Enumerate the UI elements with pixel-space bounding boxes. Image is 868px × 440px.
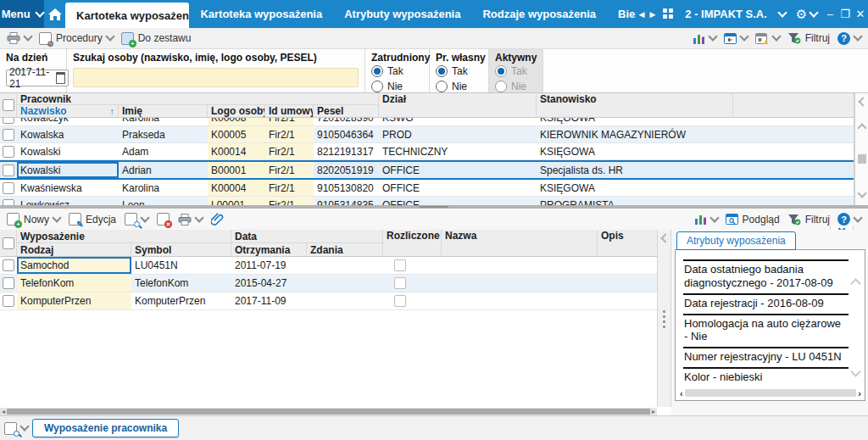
maximize-button[interactable]: ❐ (837, 0, 853, 28)
company-selector[interactable]: 2 - IMPAKT S.A. (678, 0, 774, 28)
scroll-left-icon[interactable]: ‹ (680, 388, 683, 398)
back-window-button[interactable] (724, 33, 748, 44)
employee-row-selected[interactable]: Kowalski Adrian B00001 Fir2/1 8202051919… (0, 160, 854, 180)
row-checkbox[interactable] (3, 295, 14, 307)
equipment-filtruj-button[interactable]: Filtruj (787, 214, 830, 226)
column-header-otrzymania[interactable]: Otrzymania (231, 242, 307, 256)
filtruj-button[interactable]: Filtruj (787, 32, 830, 44)
column-header-rodzaj[interactable]: Rodzaj (17, 242, 131, 256)
tab-scroll-left-button[interactable]: ◀ (636, 0, 647, 28)
zatrudniony-tak-radio[interactable]: Tak (371, 65, 423, 77)
equipment-row[interactable]: TelefonKom TelefonKom 2015-04-27 (0, 275, 657, 292)
edycja-button[interactable]: ✎ Edycja (69, 213, 116, 226)
equipment-chart-button[interactable] (694, 214, 718, 225)
tab-atrybuty-wyposazenia-panel[interactable]: Atrybuty wyposażenia (676, 231, 796, 250)
preview-record-button[interactable] (125, 213, 148, 226)
row-checkbox[interactable] (3, 146, 14, 158)
tab-kartoteka-wyposazenia[interactable]: Kartoteka wyposażenia (189, 0, 333, 28)
procedury-button[interactable]: ⚙ Procedury (39, 32, 114, 45)
chart-button[interactable] (693, 33, 716, 44)
employee-row[interactable]: Kowalska Prakseda K00005 Fir2/1 91050463… (0, 126, 854, 143)
equipment-hscrollbar[interactable]: ◂ ▸ (0, 408, 657, 415)
column-header-stanowisko[interactable]: Stanowisko (537, 93, 733, 117)
settings-button[interactable]: ⚙ (791, 0, 822, 28)
column-header-zdania[interactable]: Zdania (307, 242, 383, 256)
attributes-scroll-up[interactable] (852, 277, 860, 290)
help-button[interactable]: ? (837, 32, 861, 45)
select-all-checkbox[interactable] (3, 237, 14, 249)
row-checkbox[interactable] (3, 164, 14, 176)
scroll-down-button[interactable] (855, 193, 868, 197)
minimize-button[interactable]: – (822, 0, 837, 28)
row-checkbox[interactable] (3, 118, 14, 124)
rozliczone-checkbox[interactable] (394, 259, 406, 271)
rozliczone-checkbox[interactable] (394, 277, 406, 289)
calendar-icon[interactable] (56, 72, 65, 84)
column-header-pesel[interactable]: Pesel (314, 104, 379, 117)
print-equipment-button[interactable] (178, 214, 203, 226)
attachments-button[interactable] (211, 213, 224, 226)
employee-row[interactable]: Kwaśniewska Karolina K00004 Fir2/1 91051… (0, 180, 854, 197)
column-header-opis[interactable]: Opis (598, 230, 657, 256)
column-header-dzial[interactable]: Dział (379, 93, 537, 117)
equipment-row-selected[interactable]: Samochod LU0451N 2011-07-19 (0, 257, 657, 275)
podglad-button[interactable]: Podgląd (726, 214, 780, 226)
scrollbar-thumb[interactable] (685, 389, 857, 397)
tab-biezace[interactable]: Bież: (607, 0, 636, 28)
splitter-handle[interactable] (663, 310, 665, 328)
delete-button[interactable]: ✕ (157, 213, 170, 226)
search-person-input[interactable] (73, 68, 359, 87)
print-button[interactable] (7, 32, 31, 44)
menu-button[interactable]: Menu (0, 0, 44, 28)
company-dropdown[interactable] (774, 0, 791, 28)
column-header-rozliczone[interactable]: Rozliczone (383, 230, 442, 256)
employee-row[interactable]: Lewkowicz Leon L00001 Fir2/1 9105314835 … (0, 197, 854, 205)
scrollbar-thumb[interactable] (7, 409, 650, 415)
tab-scroll-right-button[interactable]: ▶ (647, 0, 658, 28)
pr-wlasny-tak-radio[interactable]: Tak (436, 65, 482, 77)
window-settings-warning-button[interactable] (755, 33, 780, 44)
close-button[interactable]: ✕ (853, 0, 868, 28)
collapse-panel-left-button[interactable] (855, 98, 868, 105)
sort-ascending-icon[interactable]: ↑ (110, 106, 115, 116)
tab-rodzaje-wyposazenia[interactable]: Rodzaje wyposażenia (471, 0, 607, 28)
attributes-hscrollbar[interactable]: ‹ › (680, 387, 861, 398)
scrollbar-thumb[interactable] (858, 154, 866, 164)
pr-wlasny-nie-radio[interactable]: Nie (436, 81, 482, 92)
tab-wyposazenie-pracownika[interactable]: Wyposażenie pracownika (32, 419, 179, 437)
column-header-symbol[interactable]: Symbol (131, 242, 231, 256)
row-checkbox[interactable] (3, 277, 14, 289)
employees-scrollbar[interactable] (854, 93, 868, 205)
column-header-nazwa[interactable]: Nazwa (442, 230, 598, 256)
scroll-right-icon[interactable]: ▸ (650, 409, 657, 415)
rozliczone-checkbox[interactable] (394, 295, 406, 307)
vertical-splitter[interactable] (657, 230, 671, 407)
column-header-id-umowy[interactable]: Id umowy (265, 104, 314, 117)
home-button[interactable] (44, 0, 65, 28)
select-all-checkbox[interactable] (3, 99, 14, 111)
zatrudniony-nie-radio[interactable]: Nie (371, 81, 423, 92)
column-header-logo-osoby[interactable]: Logo osoby (208, 104, 265, 117)
row-checkbox[interactable] (3, 182, 14, 194)
row-checkbox[interactable] (3, 199, 14, 206)
scroll-left-icon[interactable]: ◂ (0, 409, 7, 415)
employee-row[interactable]: Kowalczyk Karolina K00008 Fir2/1 7201028… (0, 118, 854, 126)
tab-atrybuty-wyposazenia[interactable]: Atrybuty wyposażenia (333, 0, 471, 28)
tab-kartoteka-wyposazenia-pracownika[interactable]: Kartoteka wyposażenia prac (65, 3, 189, 28)
do-zestawu-button[interactable]: + Do zestawu (121, 32, 192, 45)
row-checkbox[interactable] (3, 259, 14, 271)
scroll-up-button[interactable] (855, 122, 868, 131)
date-input[interactable]: 2017-11-21 (6, 70, 69, 86)
employee-row[interactable]: Kowalski Adam K00014 Fir2/1 8212191317 T… (0, 143, 854, 160)
modules-grid-icon[interactable] (663, 8, 673, 20)
equipment-row[interactable]: KomputerPrzen KomputerPrzen 2017-11-09 (0, 292, 657, 310)
equipment-help-button[interactable]: ? (837, 213, 861, 226)
row-checkbox[interactable] (3, 129, 14, 141)
collapse-attributes-button[interactable] (658, 235, 670, 242)
column-header-nazwisko[interactable]: Nazwisko ↑ (17, 104, 119, 117)
view-selector-button[interactable] (4, 422, 28, 435)
nowy-button[interactable]: + Nowy (7, 213, 60, 226)
scroll-right-icon[interactable]: › (858, 388, 861, 398)
attributes-scroll-down[interactable] (852, 366, 860, 378)
column-header-imie[interactable]: Imię (119, 104, 208, 117)
